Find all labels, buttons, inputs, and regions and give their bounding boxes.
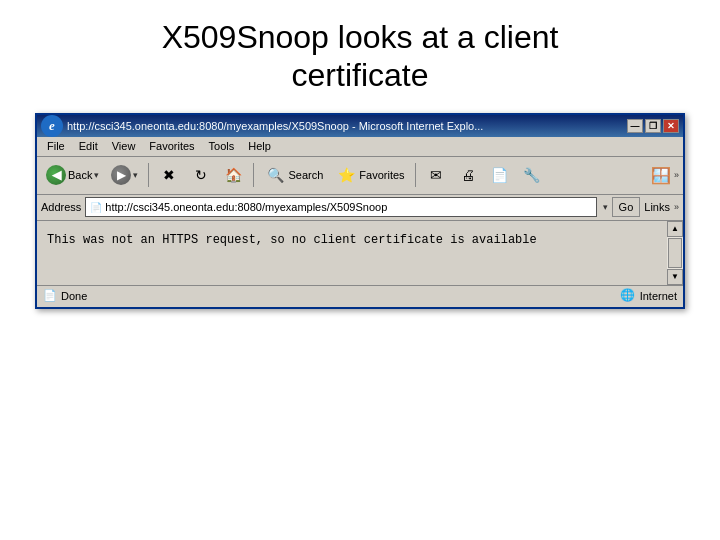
zone-text: Internet xyxy=(640,290,677,302)
menu-tools[interactable]: Tools xyxy=(203,139,241,153)
more-button[interactable]: 🔧 xyxy=(517,160,547,190)
tools-icon: 🔧 xyxy=(521,164,543,186)
menu-bar: File Edit View Favorites Tools Help xyxy=(37,137,683,157)
menu-favorites[interactable]: Favorites xyxy=(143,139,200,153)
forward-dropdown-icon[interactable]: ▾ xyxy=(133,170,138,180)
title-bar: e http://csci345.oneonta.edu:8080/myexam… xyxy=(37,115,683,137)
restore-button[interactable]: ❐ xyxy=(645,119,661,133)
home-icon: 🏠 xyxy=(222,164,244,186)
forward-button[interactable]: ▶ ▾ xyxy=(106,160,143,190)
address-label: Address xyxy=(41,201,81,213)
print-icon: 🖨 xyxy=(457,164,479,186)
home-button[interactable]: 🏠 xyxy=(218,160,248,190)
favorites-label: Favorites xyxy=(359,169,404,181)
menu-view[interactable]: View xyxy=(106,139,142,153)
links-more-icon: » xyxy=(674,202,679,212)
more-tools-indicator: » xyxy=(674,170,679,180)
mail-icon: ✉ xyxy=(425,164,447,186)
title-bar-buttons: — ❐ ✕ xyxy=(627,119,679,133)
content-text: This was not an HTTPS request, so no cli… xyxy=(41,225,663,255)
search-button[interactable]: 🔍 Search xyxy=(259,160,328,190)
address-input-wrap: 📄 xyxy=(85,197,596,217)
search-label: Search xyxy=(288,169,323,181)
content-area: This was not an HTTPS request, so no cli… xyxy=(37,221,683,285)
menu-help[interactable]: Help xyxy=(242,139,277,153)
main-content: This was not an HTTPS request, so no cli… xyxy=(37,221,667,285)
menu-file[interactable]: File xyxy=(41,139,71,153)
address-input[interactable] xyxy=(105,201,591,213)
status-text: Done xyxy=(61,290,87,302)
status-right: 🌐 Internet xyxy=(620,288,677,304)
mail-button[interactable]: ✉ xyxy=(421,160,451,190)
print-button[interactable]: 🖨 xyxy=(453,160,483,190)
title-bar-text: http://csci345.oneonta.edu:8080/myexampl… xyxy=(67,120,483,132)
toolbar-separator-3 xyxy=(415,163,416,187)
scrollbar-vertical: ▲ ▼ xyxy=(667,221,683,285)
menu-edit[interactable]: Edit xyxy=(73,139,104,153)
scrollbar-track[interactable] xyxy=(667,237,683,269)
search-icon: 🔍 xyxy=(264,164,286,186)
back-dropdown-icon[interactable]: ▾ xyxy=(94,170,99,180)
status-left: 📄 Done xyxy=(43,289,87,303)
page-icon: 📄 xyxy=(90,202,102,213)
back-label: Back xyxy=(68,169,92,181)
back-arrow-icon: ◀ xyxy=(46,165,66,185)
forward-arrow-icon: ▶ xyxy=(111,165,131,185)
close-button[interactable]: ✕ xyxy=(663,119,679,133)
edit-button[interactable]: 📄 xyxy=(485,160,515,190)
stop-button[interactable]: ✖ xyxy=(154,160,184,190)
title-bar-left: e http://csci345.oneonta.edu:8080/myexam… xyxy=(41,115,483,137)
toolbar: ◀ Back ▾ ▶ ▾ ✖ ↻ 🏠 🔍 Search ⭐ xyxy=(37,157,683,195)
scroll-up-button[interactable]: ▲ xyxy=(667,221,683,237)
browser-window: e http://csci345.oneonta.edu:8080/myexam… xyxy=(35,113,685,309)
go-button[interactable]: Go xyxy=(612,197,641,217)
winxp-logo-icon: 🪟 xyxy=(650,164,672,186)
status-bar: 📄 Done 🌐 Internet xyxy=(37,285,683,307)
refresh-icon: ↻ xyxy=(190,164,212,186)
address-dropdown-icon[interactable]: ▾ xyxy=(603,202,608,212)
star-icon: ⭐ xyxy=(335,164,357,186)
favorites-button[interactable]: ⭐ Favorites xyxy=(330,160,409,190)
scrollbar-thumb[interactable] xyxy=(668,238,682,268)
toolbar-separator-1 xyxy=(148,163,149,187)
scroll-down-button[interactable]: ▼ xyxy=(667,269,683,285)
minimize-button[interactable]: — xyxy=(627,119,643,133)
address-bar: Address 📄 ▾ Go Links » xyxy=(37,195,683,221)
back-button[interactable]: ◀ Back ▾ xyxy=(41,160,104,190)
stop-icon: ✖ xyxy=(158,164,180,186)
edit-icon: 📄 xyxy=(489,164,511,186)
slide-title: X509Snoop looks at a client certificate xyxy=(162,18,559,95)
refresh-button[interactable]: ↻ xyxy=(186,160,216,190)
links-label: Links xyxy=(644,201,670,213)
toolbar-separator-2 xyxy=(253,163,254,187)
ie-logo-icon: e xyxy=(41,115,63,137)
status-page-icon: 📄 xyxy=(43,289,57,303)
internet-globe-icon: 🌐 xyxy=(620,288,636,304)
